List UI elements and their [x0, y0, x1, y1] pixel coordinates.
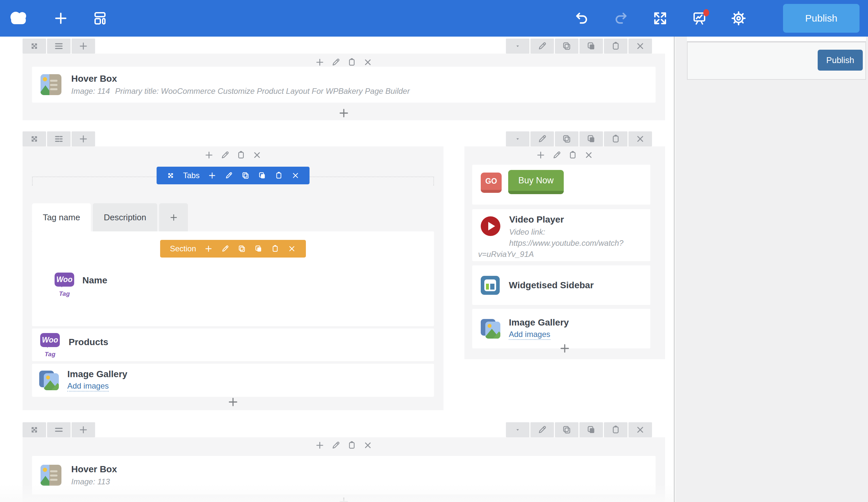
row-add-button[interactable]: [72, 131, 95, 146]
add-element-plus[interactable]: [559, 342, 571, 356]
tabs-delete-button[interactable]: [291, 171, 300, 180]
buy-now-button[interactable]: Buy Now: [508, 170, 564, 194]
video-player-element[interactable]: Video Player Video link: https://www.you…: [472, 209, 650, 261]
settings-gear-button[interactable]: [731, 10, 746, 26]
tabs-edit-button[interactable]: [225, 171, 233, 180]
preview-button[interactable]: [692, 10, 707, 26]
fullscreen-button[interactable]: [652, 10, 668, 26]
section-clone-button[interactable]: [254, 245, 263, 253]
tabs-move-button[interactable]: [166, 171, 175, 180]
row3-controls-left: [22, 422, 95, 437]
column-add-button[interactable]: [204, 150, 214, 160]
column-paste-button[interactable]: [347, 58, 356, 67]
go-button[interactable]: GO: [481, 173, 502, 193]
row-toggle-button[interactable]: [506, 39, 529, 54]
column-edit-button[interactable]: [552, 150, 561, 160]
add-element-plus[interactable]: [338, 496, 350, 502]
undo-button[interactable]: [574, 10, 590, 26]
row-clone-button[interactable]: [579, 131, 603, 146]
woo-tag-name-element[interactable]: Woo Tag Name: [54, 273, 107, 297]
column-add-button[interactable]: [536, 150, 546, 160]
section-copy-button[interactable]: [238, 245, 246, 253]
section-add-button[interactable]: [204, 245, 213, 253]
add-tab-button[interactable]: [159, 203, 188, 232]
tab-description[interactable]: Description: [93, 203, 157, 232]
add-element-plus[interactable]: [338, 107, 350, 120]
row-toggle-button[interactable]: [506, 131, 529, 146]
column-edit-button[interactable]: [220, 150, 230, 160]
section-container[interactable]: Section Woo Tag Name: [32, 232, 434, 326]
section-edit-button[interactable]: [221, 245, 229, 253]
column-add-button[interactable]: [315, 441, 324, 450]
metabox-header-strip: [687, 37, 866, 42]
row-delete-button[interactable]: [629, 39, 652, 54]
buttons-element[interactable]: GO Buy Now: [472, 165, 650, 205]
hover-box-element[interactable]: Hover Box Image: 113: [32, 456, 655, 494]
add-images-link[interactable]: Add images: [509, 330, 550, 340]
row-move-button[interactable]: [22, 422, 46, 437]
row-clone-button[interactable]: [579, 39, 603, 54]
tab-tag-name[interactable]: Tag name: [32, 203, 91, 232]
row1-controls-right: [506, 39, 652, 54]
column-paste-button[interactable]: [236, 150, 246, 160]
row-add-button[interactable]: [72, 39, 95, 54]
row-paste-button[interactable]: [604, 131, 628, 146]
column-delete-button[interactable]: [584, 150, 593, 160]
element-title: Image Gallery: [67, 369, 127, 379]
row-copy-button[interactable]: [555, 39, 578, 54]
row-clone-button[interactable]: [579, 422, 603, 437]
column-controls: [22, 441, 665, 450]
row-edit-button[interactable]: [530, 422, 554, 437]
column-paste-button[interactable]: [568, 150, 578, 160]
row-move-button[interactable]: [22, 39, 46, 54]
add-element-button[interactable]: [53, 10, 69, 26]
column-delete-button[interactable]: [252, 150, 262, 160]
image-gallery-element[interactable]: Image Gallery Add images: [32, 364, 434, 397]
wp-publish-button[interactable]: Publish: [818, 50, 863, 71]
hover-box-image-icon: [41, 74, 61, 95]
column-edit-button[interactable]: [331, 441, 341, 450]
layout-templates-button[interactable]: [92, 10, 108, 26]
woo-tag-products-element[interactable]: Woo Tag Products: [32, 328, 434, 361]
tabs-copy-button[interactable]: [241, 171, 250, 180]
column-delete-button[interactable]: [363, 441, 373, 450]
row-toggle-button[interactable]: [506, 422, 529, 437]
tabs-clone-button[interactable]: [258, 171, 266, 180]
builder-logo-cloud-icon[interactable]: [9, 9, 29, 28]
add-images-link[interactable]: Add images: [67, 381, 109, 391]
publish-button[interactable]: Publish: [783, 4, 859, 33]
row-paste-button[interactable]: [604, 422, 628, 437]
row-edit-button[interactable]: [530, 39, 554, 54]
column-controls: [22, 150, 444, 160]
hover-box-element[interactable]: Hover Box Image: 114 Primary title: WooC…: [32, 67, 655, 103]
row1-controls-left: [22, 39, 95, 54]
row-edit-button[interactable]: [530, 131, 554, 146]
row-layout-button[interactable]: [47, 39, 71, 54]
element-title: Video Player: [509, 214, 564, 225]
widgetised-sidebar-element[interactable]: Widgetised Sidebar: [472, 265, 650, 305]
row-layout-button[interactable]: [47, 131, 71, 146]
row-copy-button[interactable]: [555, 131, 578, 146]
column-add-button[interactable]: [315, 58, 324, 67]
element-meta-image: Image: 114: [71, 86, 110, 96]
redo-button[interactable]: [613, 10, 629, 26]
row-delete-button[interactable]: [629, 131, 652, 146]
tabs-paste-button[interactable]: [275, 171, 283, 180]
row-move-button[interactable]: [22, 131, 46, 146]
column-edit-button[interactable]: [331, 58, 341, 67]
element-title: Hover Box: [71, 464, 117, 474]
row-add-button[interactable]: [72, 422, 95, 437]
tabs-add-button[interactable]: [208, 171, 216, 180]
section-delete-button[interactable]: [288, 245, 296, 253]
add-element-plus[interactable]: [227, 396, 239, 409]
row-paste-button[interactable]: [604, 39, 628, 54]
row-layout-button[interactable]: [47, 422, 71, 437]
section-paste-button[interactable]: [271, 245, 279, 253]
row-copy-button[interactable]: [555, 422, 578, 437]
row-delete-button[interactable]: [629, 422, 652, 437]
image-gallery-icon: [39, 371, 59, 390]
row2-left-column: Tabs Tag name Description Section: [22, 146, 444, 410]
column-delete-button[interactable]: [363, 58, 373, 67]
wordpress-side-panel: Publish: [675, 37, 868, 502]
column-paste-button[interactable]: [347, 441, 356, 450]
